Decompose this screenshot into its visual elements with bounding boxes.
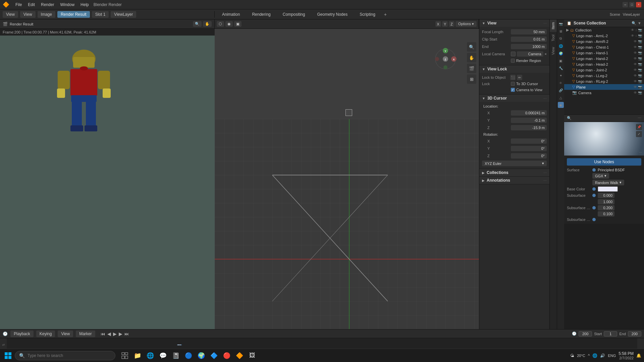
item-eye-camera[interactable]: 👁	[634, 91, 637, 95]
end-value[interactable]: 1000 m	[511, 44, 547, 49]
clip-start-value[interactable]: 0.01 m	[511, 37, 547, 42]
item-ren-2[interactable]: 📷	[638, 45, 642, 49]
base-color-swatch[interactable]	[598, 186, 618, 192]
prop-view-layer-icon[interactable]: ⧉	[558, 36, 564, 42]
item-eye-3[interactable]: 👁	[634, 51, 637, 55]
time-display[interactable]: 5:58 PM 2/7/2022	[619, 351, 634, 360]
camera-to-view-cb[interactable]: ✓	[511, 88, 515, 92]
item-ren-camera[interactable]: 📷	[638, 91, 642, 95]
collections-options[interactable]: ⋯	[543, 171, 547, 175]
item-eye-4[interactable]: 👁	[634, 57, 637, 60]
slot1-btn[interactable]: Slot 1	[92, 11, 109, 18]
view-menu-btn[interactable]: View	[3, 11, 18, 18]
cursor-options[interactable]: ⋯	[543, 97, 547, 100]
xyz-euler-dropdown[interactable]: XYZ Euler ▾	[482, 161, 547, 166]
xray-btn[interactable]: ▣	[234, 21, 241, 27]
item-ren-5[interactable]: 📷	[638, 62, 642, 66]
material-search-btn[interactable]: 🔍	[567, 116, 572, 120]
keying-menu[interactable]: Keying	[36, 330, 55, 337]
start-button[interactable]	[3, 350, 13, 361]
annotations-header[interactable]: ▶ Annotations ⋯	[479, 177, 549, 184]
item-eye-6[interactable]: 👁	[634, 68, 637, 72]
rot-z-value[interactable]: 0°	[511, 153, 547, 159]
outliner-item-3[interactable]: ▽ Lego man - Hand-1 👁 📷	[564, 50, 644, 56]
surface-type[interactable]: Principled BSDF	[598, 168, 625, 172]
mat-preview-expand[interactable]: ⤢	[636, 131, 642, 137]
rot-y-value[interactable]: 0°	[511, 146, 547, 151]
viewport-option-z[interactable]: Z	[449, 21, 454, 27]
col-vis-ren[interactable]: 📷	[638, 28, 642, 32]
local-camera-close[interactable]: ×	[545, 52, 547, 56]
outliner-item-7[interactable]: ▽ Lego man - LLeg-2 👁 📷	[564, 73, 644, 78]
item-ren-6[interactable]: 📷	[638, 68, 642, 72]
editor-type-icon[interactable]: 🎬	[3, 22, 8, 26]
lock-edit-btn[interactable]: ✏	[517, 75, 522, 80]
tab-item[interactable]: Item	[550, 19, 557, 32]
taskbar-teams[interactable]: 💬	[158, 350, 168, 361]
col-vis-sel[interactable]: ↕	[635, 28, 637, 32]
header-tab-animation[interactable]: Animation	[219, 11, 243, 18]
view-lock-header[interactable]: ▼ View Lock	[479, 65, 549, 73]
taskbar-chrome[interactable]: 🌍	[196, 350, 207, 361]
taskbar-notebook[interactable]: 📓	[170, 350, 181, 361]
play-btn[interactable]: ▶	[113, 331, 117, 337]
material-options-btn[interactable]: ⋯	[638, 116, 641, 120]
outliner-item-plane[interactable]: ▽ Plane 👁 📷	[564, 84, 644, 90]
ss-r-value[interactable]: 1.000	[598, 199, 614, 204]
taskbar-app9[interactable]: 🔴	[221, 350, 232, 361]
overlay-btn[interactable]: ◉	[225, 21, 233, 27]
ss-b-value[interactable]: 0.100	[598, 211, 614, 217]
pan-btn[interactable]: ✋	[467, 53, 476, 62]
taskbar-app8[interactable]: 🔷	[209, 350, 219, 361]
taskbar-app11[interactable]: 🖼	[247, 350, 258, 361]
options-btn[interactable]: Options ▾	[455, 21, 477, 27]
prop-particles-icon[interactable]: ✦	[558, 72, 564, 78]
item-ren-0[interactable]: 📷	[638, 34, 642, 38]
prop-output-icon[interactable]: 🖥	[558, 28, 564, 34]
taskbar-blender[interactable]: 🔶	[234, 350, 245, 361]
col-vis-eye[interactable]: 👁	[631, 28, 634, 32]
camera-view-btn[interactable]: 🎬	[467, 64, 476, 73]
outliner-item-camera[interactable]: 📷 Camera 👁 📷	[564, 90, 644, 96]
prev-frame-btn[interactable]: ◀	[107, 331, 111, 337]
cursor-y-value[interactable]: -0.1 m	[511, 118, 547, 123]
view-section-header[interactable]: ▼ View ⋯	[479, 19, 549, 27]
prop-world-icon[interactable]: 🌍	[558, 50, 564, 56]
start-frame-input[interactable]	[604, 331, 617, 337]
header-tab-compositing[interactable]: Compositing	[279, 11, 309, 18]
taskbar-app6[interactable]: 🔵	[183, 350, 194, 361]
taskbar-task-view[interactable]	[119, 350, 130, 361]
item-ren-plane[interactable]: 📷	[638, 85, 642, 89]
tray-chevron[interactable]: ^	[588, 353, 590, 358]
item-ren-7[interactable]: 📷	[638, 74, 642, 77]
item-eye-1[interactable]: 👁	[634, 40, 637, 43]
viewport-option-x[interactable]: X	[435, 21, 441, 27]
outliner-item-4[interactable]: ▽ Lego man - Hand-2 👁 📷	[564, 56, 644, 61]
ss-g-value[interactable]: 0.200	[598, 205, 614, 210]
next-frame-btn[interactable]: ▶	[119, 331, 122, 337]
taskbar-file-explorer[interactable]: 📁	[132, 350, 143, 361]
playback-menu[interactable]: Playback	[10, 330, 34, 337]
prop-render-icon[interactable]: 📷	[558, 21, 564, 27]
prop-constraints-icon[interactable]: 🔗	[558, 87, 564, 93]
view2-btn[interactable]: View	[20, 11, 36, 18]
magnify-button[interactable]: 🔍	[193, 21, 202, 27]
subsurface-value[interactable]: 0.000	[598, 193, 614, 198]
image-btn[interactable]: Image	[38, 11, 55, 18]
zoom-in-btn[interactable]: 🔍	[467, 42, 476, 52]
item-eye-plane[interactable]: 👁	[634, 85, 637, 89]
render-result-tab[interactable]: Render Result	[57, 11, 90, 18]
item-eye-0[interactable]: 👁	[631, 34, 634, 38]
minimize-button[interactable]: –	[623, 2, 628, 7]
outliner-item-collection[interactable]: ▶ 🗂 Collection 👁 ↕ 📷	[564, 27, 644, 33]
focal-length-value[interactable]: 50 mm	[511, 29, 547, 35]
marker-menu[interactable]: Marker	[76, 330, 95, 337]
tray-weather[interactable]: 🌤	[570, 353, 574, 358]
menu-help[interactable]: Help	[78, 2, 92, 8]
prop-scene-icon[interactable]: 🌐	[558, 43, 564, 49]
outliner-item-8[interactable]: ▽ Lego man - RLeg-2 👁 📷	[564, 78, 644, 84]
view-menu[interactable]: View	[58, 330, 73, 337]
prop-modifier-icon[interactable]: 🔧	[558, 65, 564, 71]
distribution-dropdown[interactable]: GGX ▾	[592, 173, 609, 179]
prop-physics-icon[interactable]: ⚛	[558, 80, 564, 86]
